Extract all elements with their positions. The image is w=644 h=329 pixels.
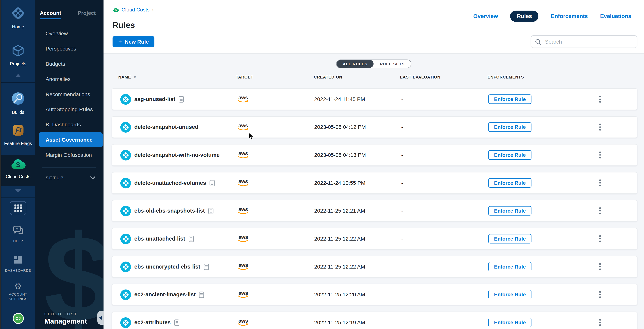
- rule-description-icon[interactable]: [199, 291, 204, 298]
- rule-row[interactable]: asg-unused-list aws 2022-11-24 11:45 PM …: [112, 88, 638, 110]
- module-footer-eyebrow: CLOUD COST: [44, 312, 87, 316]
- enforce-rule-button[interactable]: Enforce Rule: [488, 262, 532, 271]
- module-nav-item-budgets[interactable]: Budgets: [35, 56, 104, 71]
- kebab-menu-icon[interactable]: [598, 206, 602, 216]
- rule-description-icon[interactable]: [204, 263, 209, 270]
- kebab-menu-icon[interactable]: [598, 94, 602, 104]
- tab-overview[interactable]: Overview: [473, 13, 498, 19]
- rule-icon-wrap: [120, 284, 131, 305]
- rule-description-icon[interactable]: [210, 180, 215, 186]
- kebab-menu-icon[interactable]: [598, 290, 602, 300]
- rule-row[interactable]: delete-snapshot-unused aws 2023-05-05 04…: [112, 116, 638, 138]
- module-nav-item-autostopping-rules[interactable]: AutoStopping Rules: [35, 102, 104, 117]
- user-avatar[interactable]: CJ: [1, 313, 35, 324]
- sidebar-collapse-handle[interactable]: [97, 311, 104, 325]
- rule-row[interactable]: ebs-unencrypted-ebs-list aws 2022-11-25 …: [112, 256, 638, 278]
- rule-row[interactable]: ec2-attributes aws 2022-11-25 12:19 AM -…: [112, 312, 638, 329]
- module-nav-item-bi-dashboards[interactable]: BI Dashboards: [35, 117, 104, 132]
- module-nav-item-overview[interactable]: Overview: [35, 26, 104, 41]
- enforce-rule-button[interactable]: Enforce Rule: [488, 122, 532, 132]
- rule-name[interactable]: delete-snapshot-unused: [134, 124, 198, 130]
- sidebar-item-builds[interactable]: Builds: [1, 91, 35, 115]
- sidebar-item-home[interactable]: Home: [1, 6, 35, 29]
- rule-name[interactable]: delete-unattached-volumes: [134, 180, 206, 186]
- rule-name[interactable]: delete-snapshot-with-no-volume: [134, 152, 220, 158]
- sidebar-item-projects[interactable]: Projects: [1, 43, 35, 66]
- new-rule-button[interactable]: + New Rule: [112, 36, 154, 47]
- rule-harness-icon: [120, 150, 131, 160]
- module-picker-button[interactable]: [1, 201, 35, 215]
- rule-name[interactable]: ec2-ancient-images-list: [134, 292, 196, 298]
- rule-enforce-cell: Enforce Rule: [488, 284, 532, 305]
- kebab-menu-icon[interactable]: [598, 122, 602, 132]
- search-input[interactable]: [544, 38, 633, 45]
- setup-section-toggle[interactable]: SETUP: [46, 175, 96, 180]
- module-nav-item-recommendations[interactable]: Recommendations: [35, 87, 104, 102]
- rule-row[interactable]: ebs-old-ebs-snapshots-list aws 2022-11-2…: [112, 200, 638, 222]
- kebab-menu-icon[interactable]: [598, 150, 602, 160]
- enforce-rule-button[interactable]: Enforce Rule: [488, 234, 532, 243]
- kebab-menu-icon[interactable]: [598, 234, 602, 244]
- enforce-rule-button[interactable]: Enforce Rule: [488, 150, 532, 160]
- rule-last-evaluation: -: [401, 284, 403, 305]
- enforce-rule-button[interactable]: Enforce Rule: [488, 290, 532, 299]
- column-header-enforcements: ENFORCEMENTS: [488, 75, 524, 79]
- rule-enforce-cell: Enforce Rule: [488, 117, 532, 137]
- toggle-all-rules[interactable]: ALL RULES: [337, 60, 374, 68]
- rule-row[interactable]: ec2-ancient-images-list aws 2022-11-25 1…: [112, 284, 638, 306]
- sidebar-item-label: Projects: [1, 61, 35, 66]
- rule-last-evaluation: -: [401, 312, 403, 329]
- module-nav-item-anomalies[interactable]: Anomalies: [35, 71, 104, 87]
- rule-row[interactable]: delete-unattached-volumes aws 2022-11-24…: [112, 172, 638, 194]
- sidebar-item-dashboards[interactable]: DASHBOARDS: [1, 255, 35, 273]
- scope-tabs: Account Project: [40, 10, 99, 19]
- tab-enforcements[interactable]: Enforcements: [551, 13, 588, 19]
- rule-created-on: 2022-11-24 11:45 PM: [314, 89, 365, 109]
- module-menu: Overview Perspectives Budgets Anomalies …: [35, 26, 104, 163]
- module-nav-item-perspectives[interactable]: Perspectives: [35, 41, 104, 56]
- rule-description-icon[interactable]: [174, 319, 179, 326]
- rule-row[interactable]: delete-snapshot-with-no-volume aws 2023-…: [112, 144, 638, 166]
- rule-name[interactable]: ec2-attributes: [134, 320, 171, 326]
- tab-evaluations[interactable]: Evaluations: [600, 13, 632, 19]
- rule-description-icon[interactable]: [188, 236, 194, 242]
- rule-harness-icon: [120, 205, 131, 216]
- kebab-menu-icon[interactable]: [598, 178, 602, 188]
- rule-description-icon[interactable]: [208, 208, 214, 214]
- rule-description-icon[interactable]: [178, 96, 184, 102]
- sidebar-item-cloud-costs[interactable]: $ Cloud Costs: [1, 158, 35, 179]
- kebab-menu-icon[interactable]: [598, 317, 602, 328]
- module-nav-item-label: Perspectives: [46, 46, 76, 52]
- rule-name[interactable]: ebs-unencrypted-ebs-list: [134, 264, 200, 270]
- sidebar-item-help[interactable]: ? HELP: [1, 225, 35, 243]
- sidebar-item-account-settings[interactable]: ⚙ ACCOUNT SETTINGS: [1, 282, 35, 301]
- rule-name[interactable]: ebs-old-ebs-snapshots-list: [134, 208, 205, 214]
- tab-rules[interactable]: Rules: [510, 10, 538, 21]
- rule-created-on: 2022-11-25 12:22 AM: [314, 228, 365, 249]
- rule-name[interactable]: ebs-unattached-list: [134, 236, 185, 242]
- rule-actions-cell: [595, 117, 605, 137]
- rule-name[interactable]: asg-unused-list: [134, 96, 175, 102]
- rule-row[interactable]: ebs-unattached-list aws 2022-11-25 12:22…: [112, 228, 638, 250]
- enforce-rule-button[interactable]: Enforce Rule: [488, 94, 532, 104]
- module-nav-item-asset-governance[interactable]: Asset Governance: [39, 132, 103, 147]
- rail-collapse-up[interactable]: [1, 74, 35, 77]
- rule-target-cell: aws: [238, 200, 248, 221]
- tab-project[interactable]: Project: [78, 10, 96, 19]
- tab-account[interactable]: Account: [40, 10, 61, 19]
- breadcrumb-link-cloud-costs[interactable]: Cloud Costs: [122, 7, 150, 12]
- aws-logo-text: aws: [238, 319, 248, 323]
- enforce-rule-button[interactable]: Enforce Rule: [488, 206, 532, 215]
- column-header-name[interactable]: NAME▼: [118, 75, 137, 79]
- module-nav-item-label: Budgets: [46, 61, 65, 67]
- aws-smile-icon: [238, 323, 248, 326]
- aws-smile-icon: [238, 267, 248, 270]
- enforce-rule-button[interactable]: Enforce Rule: [488, 318, 532, 327]
- left-module-rail: Home Projects Builds: [1, 0, 35, 329]
- module-nav-item-margin-obfuscation[interactable]: Margin Obfuscation: [35, 147, 104, 163]
- rail-collapse-down[interactable]: [1, 189, 35, 193]
- sidebar-item-feature-flags[interactable]: Feature Flags: [1, 123, 35, 146]
- kebab-menu-icon[interactable]: [598, 262, 602, 272]
- enforce-rule-button[interactable]: Enforce Rule: [488, 178, 532, 188]
- toggle-rule-sets[interactable]: RULE SETS: [374, 60, 411, 68]
